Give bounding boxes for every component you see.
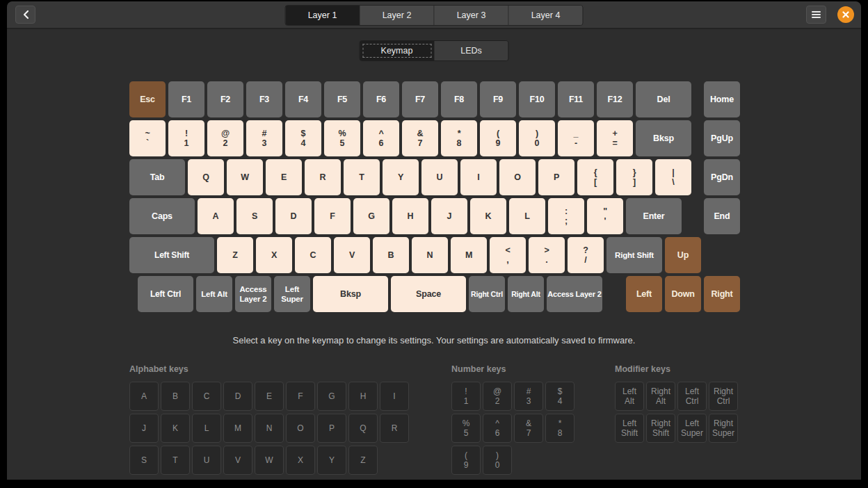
key-w[interactable]: W (227, 159, 263, 195)
key-up[interactable]: Up (665, 237, 701, 273)
picker-key-right-super[interactable]: RightSuper (709, 414, 738, 443)
key-f8[interactable]: F8 (441, 81, 477, 117)
picker-key-e[interactable]: E (255, 382, 284, 411)
key-right-shift[interactable]: Right Shift (606, 237, 662, 273)
key-t[interactable]: T (344, 159, 380, 195)
key-brace-left-bracket-left[interactable]: {[ (577, 159, 613, 195)
key-at-2[interactable]: @2 (207, 120, 243, 156)
key-down[interactable]: Down (665, 276, 701, 312)
picker-key-g[interactable]: G (317, 382, 346, 411)
key-f1[interactable]: F1 (168, 81, 204, 117)
key-right-alt[interactable]: Right Alt (508, 276, 544, 312)
key-bksp[interactable]: Bksp (313, 276, 388, 312)
key-z[interactable]: Z (217, 237, 253, 273)
key-g[interactable]: G (353, 198, 389, 234)
key-f2[interactable]: F2 (207, 81, 243, 117)
key-end[interactable]: End (704, 198, 740, 234)
key-pgdn[interactable]: PgDn (704, 159, 740, 195)
picker-key-r[interactable]: R (380, 414, 409, 443)
key-f9[interactable]: F9 (480, 81, 516, 117)
key-pgup[interactable]: PgUp (704, 120, 740, 156)
key-q[interactable]: Q (188, 159, 224, 195)
key-x[interactable]: X (256, 237, 292, 273)
picker-key-percent-5[interactable]: %5 (451, 414, 481, 443)
key-brace-right-bracket-right[interactable]: }] (616, 159, 652, 195)
tab-layer-3[interactable]: Layer 3 (435, 6, 509, 25)
picker-key-n[interactable]: N (255, 414, 284, 443)
key-ampersand-7[interactable]: &7 (402, 120, 438, 156)
key-home[interactable]: Home (704, 81, 740, 117)
picker-key-right-shift[interactable]: RightShift (646, 414, 675, 443)
picker-key-q[interactable]: Q (348, 414, 378, 443)
picker-key-l[interactable]: L (192, 414, 221, 443)
key-left-super[interactable]: LeftSuper (274, 276, 310, 312)
key-r[interactable]: R (305, 159, 341, 195)
picker-key-t[interactable]: T (161, 446, 190, 475)
key-percent-5[interactable]: %5 (324, 120, 360, 156)
key-h[interactable]: H (392, 198, 428, 234)
key-left[interactable]: Left (626, 276, 662, 312)
key-i[interactable]: I (460, 159, 497, 195)
picker-key-paren-right-0[interactable]: )0 (483, 446, 512, 475)
key-paren-left-9[interactable]: (9 (480, 120, 516, 156)
picker-key-a[interactable]: A (129, 382, 159, 411)
key-del[interactable]: Del (636, 81, 691, 117)
key-left-ctrl[interactable]: Left Ctrl (138, 276, 193, 312)
key-asterisk-8[interactable]: *8 (441, 120, 477, 156)
key-access-layer-2[interactable]: Access Layer 2 (547, 276, 602, 312)
key-l[interactable]: L (509, 198, 545, 234)
picker-key-w[interactable]: W (255, 446, 284, 475)
key-exclam-1[interactable]: !1 (168, 120, 204, 156)
picker-key-s[interactable]: S (129, 446, 159, 475)
picker-key-ampersand-7[interactable]: &7 (514, 414, 543, 443)
key-less-than-comma[interactable]: <, (490, 237, 526, 273)
key-f10[interactable]: F10 (519, 81, 555, 117)
key-f[interactable]: F (314, 198, 351, 234)
picker-key-left-super[interactable]: LeftSuper (677, 414, 707, 443)
picker-key-d[interactable]: D (223, 382, 252, 411)
tab-keymap[interactable]: Keymap (360, 41, 435, 60)
picker-key-b[interactable]: B (161, 382, 190, 411)
key-f7[interactable]: F7 (402, 81, 438, 117)
key-plus-equals[interactable]: += (597, 120, 633, 156)
picker-key-at-2[interactable]: @2 (483, 382, 512, 411)
key-underscore-minus[interactable]: _- (558, 120, 594, 156)
picker-key-v[interactable]: V (223, 446, 252, 475)
key-colon-semicolon[interactable]: :; (548, 198, 584, 234)
picker-key-c[interactable]: C (192, 382, 221, 411)
key-n[interactable]: N (412, 237, 448, 273)
picker-key-p[interactable]: P (317, 414, 346, 443)
picker-key-exclam-1[interactable]: !1 (451, 382, 481, 411)
key-esc[interactable]: Esc (129, 81, 166, 117)
key-o[interactable]: O (499, 159, 536, 195)
key-tilde-grave[interactable]: ~` (129, 120, 166, 156)
key-c[interactable]: C (295, 237, 331, 273)
close-button[interactable] (837, 6, 854, 23)
key-f12[interactable]: F12 (597, 81, 633, 117)
picker-key-i[interactable]: I (380, 382, 409, 411)
picker-key-o[interactable]: O (286, 414, 315, 443)
picker-key-right-alt[interactable]: RightAlt (646, 382, 675, 411)
key-a[interactable]: A (198, 198, 234, 234)
picker-key-z[interactable]: Z (348, 446, 378, 475)
key-f3[interactable]: F3 (246, 81, 282, 117)
tab-layer-2[interactable]: Layer 2 (360, 6, 435, 25)
key-f5[interactable]: F5 (324, 81, 360, 117)
picker-key-paren-left-9[interactable]: (9 (451, 446, 481, 475)
key-b[interactable]: B (373, 237, 409, 273)
key-enter[interactable]: Enter (626, 198, 682, 234)
key-right[interactable]: Right (704, 276, 740, 312)
key-e[interactable]: E (266, 159, 302, 195)
key-tab[interactable]: Tab (129, 159, 185, 195)
picker-key-m[interactable]: M (223, 414, 252, 443)
picker-key-h[interactable]: H (348, 382, 378, 411)
picker-key-right-ctrl[interactable]: RightCtrl (709, 382, 738, 411)
picker-key-j[interactable]: J (129, 414, 159, 443)
menu-button[interactable] (806, 6, 826, 24)
key-bksp[interactable]: Bksp (636, 120, 691, 156)
key-f4[interactable]: F4 (285, 81, 321, 117)
back-button[interactable] (15, 6, 35, 24)
picker-key-dollar-4[interactable]: $4 (545, 382, 574, 411)
key-greater-than-period[interactable]: >. (529, 237, 565, 273)
picker-key-left-ctrl[interactable]: LeftCtrl (677, 382, 707, 411)
